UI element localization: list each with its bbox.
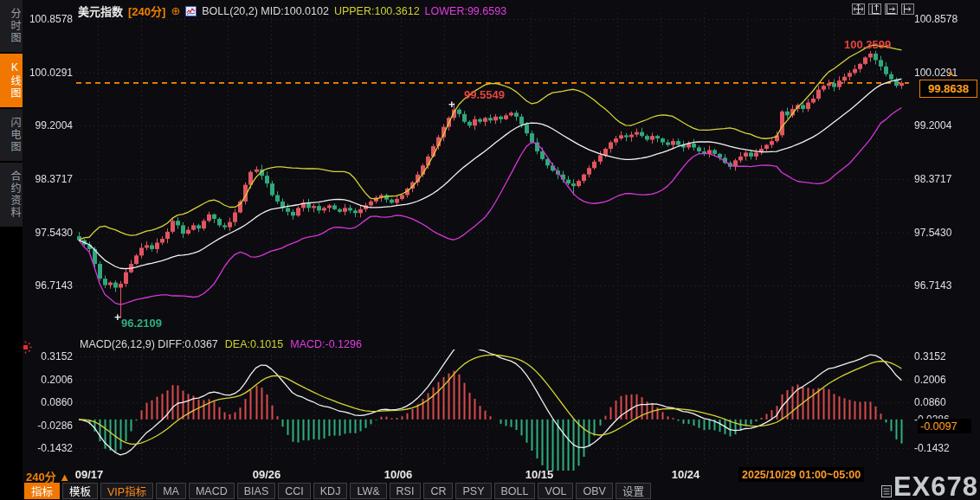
- macd-header: MACD(26,12,9) DIFF:0.0367 DEA:0.1015 MAC…: [80, 338, 362, 350]
- sidebar-item-contract-info[interactable]: 合约资料: [0, 163, 23, 227]
- x-date: 10/06: [372, 468, 424, 481]
- toolbar-settings-button[interactable]: 设置: [616, 483, 651, 499]
- sidebar-item-timeline[interactable]: 分时图: [0, 0, 23, 52]
- y-tick: 99.2004: [914, 119, 980, 131]
- macd-tick: 0.0860: [914, 396, 980, 408]
- period-label: [240分]: [128, 3, 165, 19]
- macd-tick: -0.1432: [914, 442, 980, 454]
- toolbar-lwr-button[interactable]: LW&: [350, 483, 386, 499]
- macd-value-label: MACD:-0.1296: [290, 338, 362, 350]
- low-cross-marker: +: [114, 311, 121, 324]
- x-date: 09/26: [241, 468, 293, 481]
- toolbar-macd-button[interactable]: MACD: [189, 483, 235, 499]
- shift-right-icon[interactable]: [901, 3, 914, 15]
- boll-lower-label: LOWER:99.6593: [425, 5, 507, 17]
- chart-window: 分时图 K线图 闪电图 合约资料 美元指数 [240分] ⊕ BOLL(20,2…: [0, 0, 980, 500]
- site-watermark: EX678: [881, 471, 978, 500]
- toolbar-ma-button[interactable]: MA: [156, 483, 186, 499]
- indicator-toolbar: 指标 模板 VIP指标 MA MACD BIAS CCI KDJ LW& RSI…: [24, 483, 651, 500]
- toolbar-cr-button[interactable]: CR: [423, 483, 453, 499]
- x-date: 09/17: [63, 468, 115, 481]
- symbol-title: 美元指数: [78, 3, 123, 19]
- macd-tick: 0.3152: [914, 350, 980, 362]
- macd-tick: 0.2006: [914, 374, 980, 386]
- toolbar-kdj-button[interactable]: KDJ: [313, 483, 348, 499]
- y-tick: 96.7143: [914, 279, 980, 292]
- toolbar-boll-button[interactable]: BOLL: [494, 483, 536, 499]
- macd-diff-label: MACD(26,12,9) DIFF:0.0367: [80, 338, 218, 350]
- toolbar-template-button[interactable]: 模板: [62, 483, 98, 499]
- sidebar-item-lightning[interactable]: 闪电图: [0, 109, 23, 161]
- toolbar-psy-button[interactable]: PSY: [455, 483, 491, 499]
- chart-mini-icon: [185, 6, 197, 16]
- low-price-annotation: 96.2109: [121, 317, 162, 330]
- y-axis-scale-icon[interactable]: [868, 3, 881, 15]
- toolbar-cci-button[interactable]: CCI: [278, 483, 311, 499]
- watermark-menu-icon: [881, 485, 892, 497]
- boll-mid-label: BOLL(20,2) MID:100.0102: [202, 5, 329, 17]
- macd-dea-label: DEA:0.1015: [225, 338, 283, 350]
- toolbar-vol-button[interactable]: VOL: [538, 483, 573, 499]
- chart-type-sidebar: 分时图 K线图 闪电图 合约资料: [0, 0, 23, 500]
- toolbar-rsi-button[interactable]: RSI: [390, 483, 422, 499]
- x-date: 10/24: [660, 468, 712, 481]
- price-chart-canvas[interactable]: [0, 0, 980, 500]
- toolbar-indicator-button[interactable]: 指标: [24, 483, 60, 499]
- circle-plus-icon[interactable]: ⊕: [171, 4, 180, 17]
- y-tick: 98.3717: [914, 173, 980, 185]
- pan-icon[interactable]: [852, 3, 865, 15]
- mid-peak-annotation: 99.5549: [464, 88, 505, 101]
- x-axis: 240分 ▲ 09/17 09/26 10/06 10/15 10/24 202…: [0, 467, 980, 483]
- chart-tools: [852, 3, 914, 15]
- toolbar-vip-button[interactable]: VIP指标: [100, 483, 153, 499]
- last-price-arrow: ▲: [947, 68, 955, 77]
- y-tick: 97.5430: [914, 227, 980, 239]
- macd-last-value-box: -0.0097: [918, 419, 971, 433]
- high-price-annotation: 100.3599: [844, 38, 891, 51]
- boll-upper-label: UPPER:100.3612: [334, 5, 420, 17]
- chart-header: 美元指数 [240分] ⊕ BOLL(20,2) MID:100.0102 UP…: [78, 3, 506, 19]
- y-tick: 100.8578: [914, 13, 980, 25]
- sidebar-item-kline[interactable]: K线图: [0, 54, 23, 107]
- toolbar-obv-button[interactable]: OBV: [576, 483, 612, 499]
- x-date: 10/15: [513, 468, 565, 481]
- last-price-box: 99.8638: [919, 80, 977, 98]
- x-axis-scale-icon[interactable]: [885, 3, 898, 15]
- toolbar-bias-button[interactable]: BIAS: [237, 483, 276, 499]
- current-bar-time-label: 2025/10/29 01:00~05:00: [738, 467, 864, 482]
- watermark-text: EX678: [893, 471, 978, 500]
- peak-cross-marker: +: [448, 98, 455, 111]
